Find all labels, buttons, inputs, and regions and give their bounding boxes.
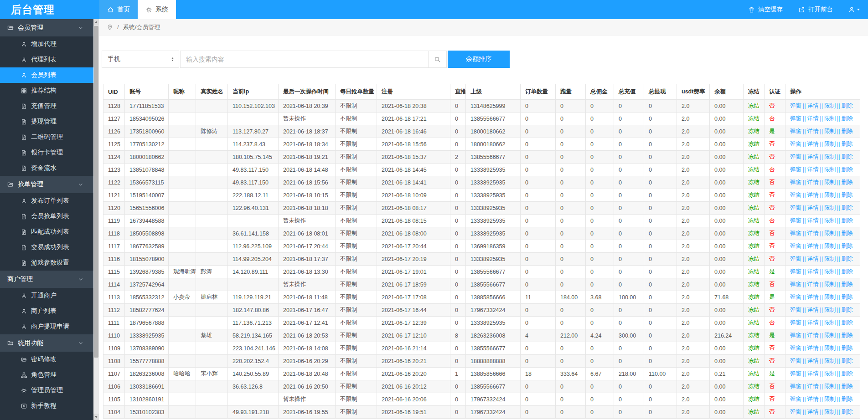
action-link-delete[interactable]: 删除 (842, 115, 853, 122)
balance-sort-button[interactable]: 余额排序 (448, 51, 510, 68)
cell-freeze[interactable]: 冻结 (744, 317, 765, 329)
action-link-limit[interactable]: 限制 (824, 141, 836, 147)
action-link-limit[interactable]: 限制 (824, 409, 836, 415)
sidebar-section-header[interactable]: 会员管理 (0, 19, 93, 36)
sidebar-item[interactable]: 商户列表 (0, 303, 93, 319)
action-link-popup[interactable]: 弹窗 (790, 268, 801, 275)
action-link-popup[interactable]: 弹窗 (790, 332, 801, 338)
sidebar-item[interactable]: 匹配成功列表 (0, 224, 93, 240)
action-link-detail[interactable]: 详情 (807, 409, 819, 415)
action-link-limit[interactable]: 限制 (824, 294, 836, 300)
sidebar-item[interactable]: 会员列表 (0, 67, 93, 83)
action-link-popup[interactable]: 弹窗 (790, 294, 801, 300)
action-link-delete[interactable]: 删除 (842, 370, 853, 377)
cell-freeze[interactable]: 冻结 (744, 368, 765, 380)
sidebar-item[interactable]: 资金流水 (0, 160, 93, 176)
action-link-delete[interactable]: 删除 (842, 179, 853, 185)
action-link-delete[interactable]: 删除 (842, 268, 853, 275)
action-link-limit[interactable]: 限制 (824, 268, 836, 275)
cell-freeze[interactable]: 冻结 (744, 266, 765, 278)
action-link-popup[interactable]: 弹窗 (790, 281, 801, 287)
sidebar-section-header[interactable]: 统用功能 (0, 334, 93, 352)
action-link-detail[interactable]: 详情 (807, 179, 819, 185)
cell-freeze[interactable]: 冻结 (744, 291, 765, 304)
action-link-delete[interactable]: 删除 (842, 128, 853, 134)
action-link-detail[interactable]: 详情 (807, 243, 819, 249)
action-link-popup[interactable]: 弹窗 (790, 205, 801, 211)
cell-freeze[interactable]: 冻结 (744, 380, 765, 393)
action-link-detail[interactable]: 详情 (807, 256, 819, 262)
sidebar-section-header[interactable]: 商户管理 (0, 271, 93, 288)
action-link-limit[interactable]: 限制 (824, 115, 836, 122)
cell-freeze[interactable]: 冻结 (744, 240, 765, 253)
scrollbar-thumb[interactable] (94, 26, 98, 358)
action-link-delete[interactable]: 删除 (842, 205, 853, 211)
action-link-popup[interactable]: 弹窗 (790, 409, 801, 415)
action-link-delete[interactable]: 删除 (842, 102, 853, 109)
action-link-detail[interactable]: 详情 (807, 166, 819, 173)
action-link-delete[interactable]: 删除 (842, 192, 853, 198)
action-link-popup[interactable]: 弹窗 (790, 319, 801, 326)
action-link-detail[interactable]: 详情 (807, 102, 819, 109)
action-link-delete[interactable]: 删除 (842, 281, 853, 287)
action-link-limit[interactable]: 限制 (824, 256, 836, 262)
action-link-delete[interactable]: 删除 (842, 358, 853, 364)
clear-cache-button[interactable]: 清空缓存 (748, 5, 783, 14)
cell-freeze[interactable]: 冻结 (744, 342, 765, 355)
action-link-limit[interactable]: 限制 (824, 370, 836, 377)
sidebar-item[interactable]: 发布订单列表 (0, 193, 93, 209)
action-link-delete[interactable]: 删除 (842, 307, 853, 313)
action-link-delete[interactable]: 删除 (842, 256, 853, 262)
action-link-popup[interactable]: 弹窗 (790, 230, 801, 236)
action-link-limit[interactable]: 限制 (824, 179, 836, 185)
action-link-popup[interactable]: 弹窗 (790, 217, 801, 224)
action-link-limit[interactable]: 限制 (824, 332, 836, 338)
action-link-popup[interactable]: 弹窗 (790, 128, 801, 134)
action-link-popup[interactable]: 弹窗 (790, 141, 801, 147)
action-link-delete[interactable]: 删除 (842, 319, 853, 326)
cell-freeze[interactable]: 冻结 (744, 113, 765, 125)
action-link-limit[interactable]: 限制 (824, 217, 836, 224)
scrollbar-down-arrow[interactable] (93, 414, 99, 420)
action-link-limit[interactable]: 限制 (824, 345, 836, 351)
action-link-limit[interactable]: 限制 (824, 281, 836, 287)
action-link-limit[interactable]: 限制 (824, 230, 836, 236)
sidebar-item[interactable]: 代理列表 (0, 52, 93, 67)
action-link-delete[interactable]: 删除 (842, 141, 853, 147)
action-link-popup[interactable]: 弹窗 (790, 345, 801, 351)
action-link-detail[interactable]: 详情 (807, 192, 819, 198)
action-link-limit[interactable]: 限制 (824, 319, 836, 326)
cell-freeze[interactable]: 冻结 (744, 215, 765, 227)
action-link-delete[interactable]: 删除 (842, 409, 853, 415)
action-link-detail[interactable]: 详情 (807, 383, 819, 389)
action-link-detail[interactable]: 详情 (807, 396, 819, 402)
sidebar-section-header[interactable]: 抢单管理 (0, 176, 93, 193)
action-link-detail[interactable]: 详情 (807, 294, 819, 300)
cell-freeze[interactable]: 冻结 (744, 393, 765, 406)
action-link-detail[interactable]: 详情 (807, 141, 819, 147)
action-link-popup[interactable]: 弹窗 (790, 154, 801, 160)
sidebar-item[interactable]: 密码修改 (0, 352, 93, 367)
action-link-popup[interactable]: 弹窗 (790, 192, 801, 198)
search-button[interactable] (429, 51, 447, 68)
action-link-popup[interactable]: 弹窗 (790, 243, 801, 249)
action-link-detail[interactable]: 详情 (807, 358, 819, 364)
cell-freeze[interactable]: 冻结 (744, 151, 765, 164)
action-link-popup[interactable]: 弹窗 (790, 396, 801, 402)
action-link-popup[interactable]: 弹窗 (790, 383, 801, 389)
action-link-delete[interactable]: 删除 (842, 294, 853, 300)
sidebar-item[interactable]: 充值管理 (0, 98, 93, 114)
action-link-limit[interactable]: 限制 (824, 358, 836, 364)
action-link-detail[interactable]: 详情 (807, 370, 819, 377)
action-link-delete[interactable]: 删除 (842, 345, 853, 351)
action-link-detail[interactable]: 详情 (807, 307, 819, 313)
open-frontend-button[interactable]: 打开前台 (798, 5, 833, 14)
action-link-popup[interactable]: 弹窗 (790, 166, 801, 173)
action-link-detail[interactable]: 详情 (807, 345, 819, 351)
action-link-popup[interactable]: 弹窗 (790, 115, 801, 122)
action-link-detail[interactable]: 详情 (807, 230, 819, 236)
action-link-limit[interactable]: 限制 (824, 307, 836, 313)
sidebar-item[interactable]: 开通商户 (0, 288, 93, 303)
sidebar-item[interactable]: 推荐结构 (0, 83, 93, 98)
action-link-detail[interactable]: 详情 (807, 154, 819, 160)
